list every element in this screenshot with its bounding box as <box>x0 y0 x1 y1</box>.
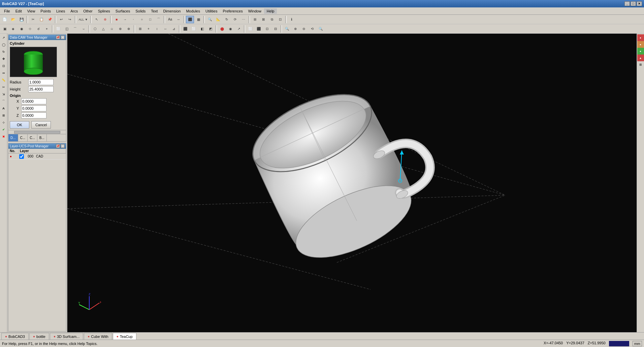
tb-snap2[interactable]: ⊠ <box>259 16 267 23</box>
menu-arcs[interactable]: Arcs <box>68 8 80 14</box>
tab-teacup[interactable]: ● TeaCup <box>113 333 136 340</box>
tb-cut[interactable]: ✂ <box>29 16 37 23</box>
tb-arrow[interactable]: → <box>121 16 129 23</box>
tb-measure[interactable]: 📐 <box>214 16 222 23</box>
tb2-27[interactable]: ↗ <box>235 25 243 33</box>
menu-lines[interactable]: Lines <box>54 8 68 14</box>
tb2-14[interactable]: ⊛ <box>116 25 124 33</box>
menu-view[interactable]: View <box>25 8 38 14</box>
left-icon-cancel[interactable]: ✖ <box>0 133 7 140</box>
tb2-3[interactable]: ◉ <box>18 25 26 33</box>
menu-help[interactable]: Help <box>264 8 277 14</box>
left-icon-extend[interactable]: ⇲ <box>0 91 7 98</box>
right-icon-5[interactable]: ⊞ <box>637 61 644 68</box>
left-icon-dimension[interactable]: ⊞ <box>0 112 7 119</box>
radius-input[interactable] <box>28 79 54 85</box>
menu-preferences[interactable]: Preferences <box>220 8 245 14</box>
horizontal-scrollbar[interactable] <box>8 130 66 134</box>
tb2-13[interactable]: ⍾ <box>108 25 116 33</box>
menu-window[interactable]: Window <box>246 8 264 14</box>
right-icon-4[interactable]: ▲ <box>637 55 644 61</box>
right-icon-1[interactable]: ● <box>637 34 644 41</box>
tb-snap1[interactable]: ⊞ <box>251 16 259 23</box>
menu-text[interactable]: Text <box>148 8 160 14</box>
tb-curve[interactable]: ⌒ <box>155 16 163 23</box>
tb-search[interactable]: 🔍 <box>206 16 214 23</box>
tb2-24[interactable]: ◩ <box>206 25 215 33</box>
left-icon-A[interactable]: A <box>0 105 7 112</box>
menu-edit[interactable]: Edit <box>13 8 25 14</box>
tb2-33[interactable]: ⊕ <box>291 25 299 33</box>
tab-3dsurfcam[interactable]: ● 3D Surfcam... <box>50 333 83 340</box>
tb-pt[interactable]: · <box>129 16 137 23</box>
tb2-28[interactable]: ⬜ <box>246 25 254 33</box>
x-input[interactable] <box>21 98 46 104</box>
cancel-button[interactable]: Cancel <box>31 121 51 129</box>
tb2-7[interactable]: ⬜ <box>54 25 62 33</box>
menu-utilities[interactable]: Utilities <box>203 8 220 14</box>
tb-view3d[interactable]: ⬛ <box>186 16 194 23</box>
maximize-button[interactable]: □ <box>631 1 636 6</box>
tb-refresh[interactable]: ↻ <box>223 16 231 23</box>
tb-copy[interactable]: 📋 <box>37 16 45 23</box>
tb2-18[interactable]: ↕ <box>153 25 161 33</box>
tb2-4[interactable]: ⊹ <box>26 25 34 33</box>
tb-text-A[interactable]: Aa <box>166 16 174 23</box>
tb2-34[interactable]: ⊖ <box>300 25 308 33</box>
tab-bobcad3[interactable]: ● BobCAD3 <box>1 333 29 340</box>
tab-cubewith[interactable]: ● Cube With <box>84 333 112 340</box>
tb-select2[interactable]: ⊕ <box>101 16 109 23</box>
tb-color-red[interactable]: ■ <box>112 16 121 23</box>
layer-checkbox-000[interactable] <box>19 154 24 159</box>
menu-splines[interactable]: Splines <box>95 8 113 14</box>
tb2-10[interactable]: ⌣ <box>79 25 88 33</box>
tb-redo[interactable]: ↪ <box>66 16 74 23</box>
tb2-16[interactable]: ⊞ <box>136 25 144 33</box>
tree-tab-c2[interactable]: C... <box>28 134 37 141</box>
left-icon-ok[interactable]: ✔ <box>0 126 7 133</box>
tb2-20[interactable]: ⊿ <box>170 25 178 33</box>
tb-more[interactable]: ⋯ <box>239 16 248 23</box>
tb-undo[interactable]: ↩ <box>57 16 65 23</box>
tb-hatch[interactable]: ▦ <box>194 16 202 23</box>
tree-tab-d[interactable]: D... <box>8 134 18 141</box>
left-icon-fillet[interactable]: ⌒ <box>0 98 7 105</box>
tb2-9[interactable]: ⌒ <box>71 25 79 33</box>
tb-circle[interactable]: ○ <box>138 16 146 23</box>
menu-points[interactable]: Points <box>38 8 54 14</box>
tree-tab-c1[interactable]: C... <box>18 134 28 141</box>
tb2-6[interactable]: ⌖ <box>43 25 51 33</box>
tb2-36[interactable]: 🔍 <box>317 25 325 33</box>
tb2-22[interactable]: ⬜ <box>190 25 198 33</box>
y-input[interactable] <box>21 105 46 111</box>
tree-tab-b[interactable]: B... <box>37 134 47 141</box>
tb2-17[interactable]: + <box>144 25 153 33</box>
menu-solids[interactable]: Solids <box>133 8 148 14</box>
tb2-5[interactable]: ☌ <box>34 25 42 33</box>
tb-open[interactable]: 📂 <box>9 16 17 23</box>
tb2-31[interactable]: ⊟ <box>271 25 280 33</box>
tb2-8[interactable]: ◫ <box>63 25 71 33</box>
tb2-25[interactable]: ⬤ <box>218 25 226 33</box>
layer-manager-pin[interactable]: 📌 <box>56 144 60 148</box>
left-icon-arrow[interactable]: ↗ <box>0 34 7 41</box>
left-icon-rotate[interactable]: ↻ <box>0 48 7 55</box>
z-input[interactable] <box>21 112 46 118</box>
tb2-35[interactable]: ⟲ <box>308 25 316 33</box>
menu-surfaces[interactable]: Surfaces <box>113 8 133 14</box>
tb2-29[interactable]: ⬛ <box>255 25 263 33</box>
menu-dimension[interactable]: Dimension <box>160 8 183 14</box>
tb2-12[interactable]: △ <box>99 25 107 33</box>
tb-new[interactable]: 📄 <box>1 16 9 23</box>
tb-copy2[interactable]: ⧉ <box>268 16 276 23</box>
tb-select[interactable]: ↖ <box>93 16 101 23</box>
tb2-26[interactable]: ◉ <box>226 25 234 33</box>
tree-manager-pin[interactable]: 📌 <box>56 35 60 39</box>
viewport[interactable]: X Y Z <box>67 34 637 332</box>
tb-info[interactable]: ℹ <box>288 16 296 23</box>
tab-bottle[interactable]: ● bottle <box>29 333 49 340</box>
tb-rotate[interactable]: ⟳ <box>231 16 239 23</box>
tb-paste[interactable]: 📌 <box>46 16 54 23</box>
left-icon-trim[interactable]: ✂ <box>0 84 7 91</box>
menu-file[interactable]: File <box>1 8 13 14</box>
